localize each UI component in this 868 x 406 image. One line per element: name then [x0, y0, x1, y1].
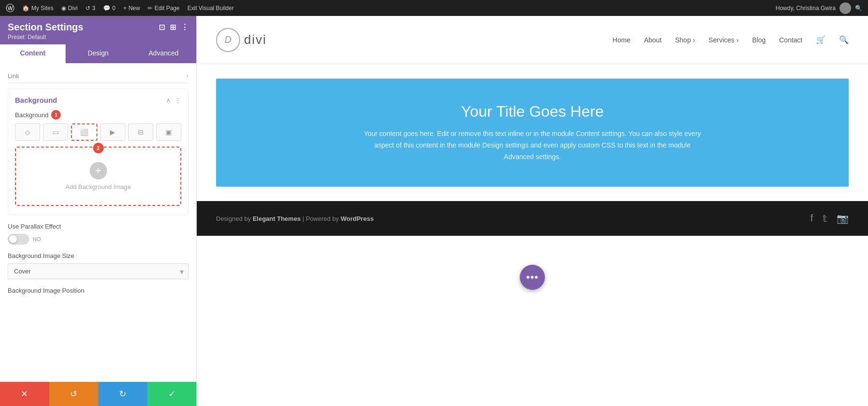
nav-blog[interactable]: Blog [752, 36, 766, 44]
facebook-icon[interactable]: f [810, 213, 813, 224]
nav-services[interactable]: Services › [708, 36, 738, 44]
divi-icon: ◉ [61, 5, 66, 12]
preview-wrapper: D divi Home About Shop › Services › Blog… [197, 16, 868, 406]
bg-type-none[interactable]: ◇ [15, 123, 40, 141]
panel-title-icons: ⊡ ⊞ ⋮ [159, 23, 189, 32]
logo-text: divi [244, 32, 267, 47]
refresh-icon: ↺ [85, 5, 90, 12]
bg-type-image[interactable]: ⬜ [71, 123, 97, 141]
confirm-icon: ✓ [168, 389, 176, 399]
bg-type-video[interactable]: ▶ [100, 123, 125, 141]
panel-preset: Preset: Default [8, 34, 189, 41]
cancel-button[interactable]: ✕ [0, 382, 49, 406]
revisions-item[interactable]: ↺ 3 [85, 5, 95, 12]
parallax-toggle[interactable] [8, 234, 29, 244]
nav-shop[interactable]: Shop › [675, 36, 695, 44]
main-layout: Section Settings ⊡ ⊞ ⋮ Preset: Default C… [0, 16, 868, 406]
admin-bar-right: Howdy, Christina Gwira 🔍 [776, 2, 862, 14]
avatar [840, 2, 851, 14]
search-icon[interactable]: 🔍 [855, 5, 862, 12]
divi-item[interactable]: ◉ Divi [61, 5, 78, 12]
site-logo: D divi [216, 28, 267, 52]
bg-image-size-setting: Background Image Size Cover Contain Auto… [8, 252, 189, 279]
bg-type-pattern[interactable]: ▣ [156, 123, 181, 141]
bg-image-position-setting: Background Image Position [8, 287, 189, 294]
undo-button[interactable]: ↺ [49, 382, 98, 406]
new-item[interactable]: + New [123, 5, 140, 12]
twitter-icon[interactable]: 𝕥 [823, 213, 827, 224]
wordpress-icon[interactable]: ⓦ [6, 2, 14, 14]
expand-icon[interactable]: ⊡ [159, 23, 165, 32]
dots-menu-icon[interactable]: ⋮ [181, 23, 189, 32]
cancel-icon: ✕ [21, 389, 28, 399]
tab-design[interactable]: Design [66, 44, 131, 63]
section-dots-icon[interactable]: ⋮ [175, 96, 181, 104]
section-header-icons: ∧ ⋮ [166, 96, 181, 104]
site-header: D divi Home About Shop › Services › Blog… [197, 16, 868, 64]
toggle-no-label: NO [33, 236, 41, 242]
background-field-label: Background 1 [15, 110, 181, 120]
exit-visual-builder-item[interactable]: Exit Visual Builder [187, 5, 234, 12]
footer-social: f 𝕥 📷 [810, 213, 849, 224]
add-background-text: Add Background Image [66, 183, 131, 190]
toggle-knob [9, 235, 17, 243]
background-section: Background ∧ ⋮ Background 1 ◇ ▭ ⬜ ▶ [8, 89, 189, 215]
floating-action-button[interactable]: ••• [520, 265, 545, 290]
logo-circle-icon: D [216, 28, 240, 52]
bg-size-select[interactable]: Cover Contain Auto Initial [8, 263, 189, 279]
plus-icon: + [123, 5, 126, 12]
cart-icon[interactable]: 🛒 [816, 35, 826, 44]
panel-tabs: Content Design Advanced [0, 44, 196, 63]
footer-text: Designed by Elegant Themes | Powered by … [216, 215, 810, 222]
bg-type-gradient[interactable]: ⊟ [128, 123, 153, 141]
comments-item[interactable]: 💬 0 [103, 5, 116, 12]
floating-dots-icon: ••• [526, 271, 539, 284]
link-row: Link › [8, 69, 189, 83]
hero-section: Your Title Goes Here Your content goes h… [216, 79, 849, 187]
collapse-icon[interactable]: ∧ [166, 96, 171, 104]
background-section-title: Background [15, 96, 57, 104]
redo-button[interactable]: ↻ [98, 382, 148, 406]
panel-header: Section Settings ⊡ ⊞ ⋮ Preset: Default [0, 16, 196, 44]
confirm-button[interactable]: ✓ [147, 382, 196, 406]
footer-wordpress: WordPress [340, 215, 373, 222]
parallax-setting: Use Parallax Effect NO [8, 223, 189, 244]
parallax-toggle-row: NO [8, 234, 189, 244]
instagram-icon[interactable]: 📷 [837, 213, 849, 224]
badge-2: 2 [93, 143, 104, 153]
tab-advanced[interactable]: Advanced [131, 44, 196, 63]
columns-icon[interactable]: ⊞ [170, 23, 176, 32]
search-nav-icon[interactable]: 🔍 [839, 35, 849, 44]
add-background-image[interactable]: 2 + Add Background Image [15, 147, 181, 206]
badge-1: 1 [51, 110, 61, 120]
bottom-toolbar: ✕ ↺ ↻ ✓ [0, 382, 196, 406]
bg-position-label: Background Image Position [8, 287, 189, 294]
nav-contact[interactable]: Contact [779, 36, 802, 44]
panel-title-text: Section Settings [8, 22, 83, 33]
edit-page-item[interactable]: ✏ Edit Page [148, 5, 179, 12]
parallax-label: Use Parallax Effect [8, 223, 189, 230]
pencil-icon: ✏ [148, 5, 152, 12]
undo-icon: ↺ [70, 389, 77, 399]
panel-body: Link › Background ∧ ⋮ Background 1 [0, 63, 196, 382]
tab-content[interactable]: Content [0, 44, 66, 63]
nav-about[interactable]: About [644, 36, 662, 44]
nav-home[interactable]: Home [612, 36, 630, 44]
background-section-header: Background ∧ ⋮ [15, 96, 181, 104]
my-sites-item[interactable]: 🏠 My Sites [22, 5, 54, 12]
add-image-plus-icon: + [90, 162, 107, 179]
shop-dropdown-icon: › [693, 36, 695, 44]
site-footer: Designed by Elegant Themes | Powered by … [197, 201, 868, 236]
bg-type-color[interactable]: ▭ [43, 123, 68, 141]
site-nav: Home About Shop › Services › Blog Contac… [612, 35, 849, 44]
hero-content: Your content goes here. Edit or remove t… [359, 128, 706, 162]
link-label: Link [8, 72, 19, 80]
bg-type-row: ◇ ▭ ⬜ ▶ ⊟ ▣ [15, 123, 181, 141]
bg-size-select-wrap: Cover Contain Auto Initial ▾ [8, 263, 189, 279]
left-panel: Section Settings ⊡ ⊞ ⋮ Preset: Default C… [0, 16, 197, 406]
preview-area: D divi Home About Shop › Services › Blog… [197, 16, 868, 406]
hero-title: Your Title Goes Here [255, 103, 810, 121]
link-arrow-icon: › [186, 72, 189, 80]
user-greeting: Howdy, Christina Gwira [776, 5, 836, 12]
panel-title-row: Section Settings ⊡ ⊞ ⋮ [8, 22, 189, 33]
